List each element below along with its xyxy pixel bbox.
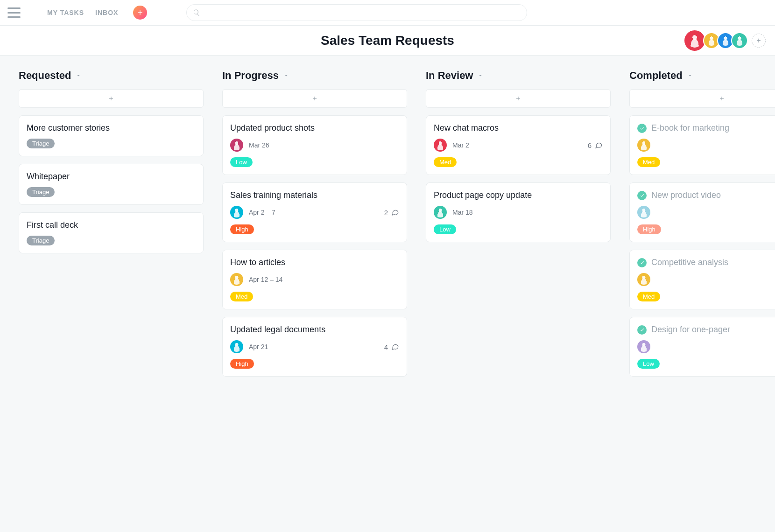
card-tags: Triage — [27, 236, 196, 245]
add-card-button[interactable] — [629, 89, 775, 108]
board-column: In ProgressUpdated product shotsMar 26Lo… — [222, 70, 407, 518]
card-tags: High — [637, 224, 775, 234]
quick-add-button[interactable] — [133, 6, 147, 20]
chevron-down-icon — [478, 73, 483, 78]
add-member-button[interactable]: + — [752, 34, 766, 48]
assignee-avatar[interactable] — [230, 273, 243, 286]
task-card[interactable]: E-book for marketingMed — [629, 115, 775, 175]
card-tags: Med — [637, 292, 775, 301]
card-tags: High — [230, 359, 399, 369]
member-avatar[interactable] — [683, 29, 706, 52]
project-members: + — [683, 29, 766, 52]
task-card[interactable]: Competitive analysisMed — [629, 250, 775, 309]
plus-icon — [108, 95, 114, 102]
column-header[interactable]: In Progress — [222, 70, 407, 82]
card-date: Apr 21 — [249, 343, 268, 350]
card-meta — [637, 340, 775, 353]
plus-icon — [136, 9, 144, 16]
task-card[interactable]: Updated product shotsMar 26Low — [222, 115, 407, 175]
comment-count: 6 — [588, 141, 592, 149]
card-meta: Apr 2 – 72 — [230, 206, 399, 219]
project-title: Sales Team Requests — [321, 33, 454, 48]
priority-tag[interactable]: Low — [637, 359, 660, 369]
card-tags: Low — [637, 359, 775, 369]
assignee-avatar[interactable] — [230, 206, 243, 219]
search-input[interactable] — [186, 4, 527, 21]
card-tags: Triage — [27, 187, 196, 197]
task-card[interactable]: Updated legal documentsApr 214High — [222, 317, 407, 377]
card-title: Design for one-pager — [651, 325, 730, 335]
card-meta: Mar 26 — [434, 139, 603, 152]
chevron-down-icon — [687, 73, 693, 78]
priority-tag[interactable]: High — [637, 224, 661, 234]
assignee-avatar[interactable] — [230, 139, 243, 152]
add-card-button[interactable] — [426, 89, 611, 108]
comment-icon — [594, 141, 603, 149]
add-card-button[interactable] — [19, 89, 204, 108]
task-card[interactable]: First call deckTriage — [19, 212, 204, 253]
assignee-avatar[interactable] — [637, 206, 650, 219]
assignee-avatar[interactable] — [637, 273, 650, 286]
assignee-avatar[interactable] — [637, 340, 650, 353]
plus-icon — [311, 95, 318, 102]
chevron-down-icon — [283, 73, 289, 78]
task-card[interactable]: How to articlesApr 12 – 14Med — [222, 250, 407, 309]
priority-tag[interactable]: Triage — [27, 139, 55, 148]
card-meta: Apr 214 — [230, 340, 399, 353]
priority-tag[interactable]: Low — [434, 224, 456, 234]
task-card[interactable]: Sales training materialsApr 2 – 72High — [222, 182, 407, 242]
priority-tag[interactable]: Low — [230, 157, 253, 167]
check-complete-icon — [637, 191, 647, 200]
card-comments[interactable]: 2 — [384, 208, 399, 217]
priority-tag[interactable]: Med — [637, 292, 660, 301]
assignee-avatar[interactable] — [434, 139, 447, 152]
card-title: How to articles — [230, 258, 285, 267]
card-date: Mar 26 — [249, 141, 269, 149]
task-card[interactable]: Design for one-pagerLow — [629, 317, 775, 377]
card-meta — [637, 139, 775, 152]
priority-tag[interactable]: Triage — [27, 236, 55, 245]
column-title: In Review — [426, 70, 473, 82]
priority-tag[interactable]: High — [230, 359, 254, 369]
assignee-avatar[interactable] — [637, 139, 650, 152]
card-title: New product video — [651, 190, 721, 200]
member-avatar[interactable] — [731, 32, 748, 49]
add-card-button[interactable] — [222, 89, 407, 108]
card-date: Mar 18 — [452, 209, 473, 216]
card-title: Whitepaper — [27, 172, 70, 182]
card-title: More customer stories — [27, 123, 110, 133]
nav-inbox[interactable]: INBOX — [95, 9, 118, 16]
task-card[interactable]: More customer storiesTriage — [19, 115, 204, 156]
priority-tag[interactable]: High — [230, 224, 254, 234]
comment-icon — [391, 343, 399, 351]
task-card[interactable]: New product videoHigh — [629, 182, 775, 242]
card-title: Updated product shots — [230, 123, 315, 133]
card-meta: Mar 18 — [434, 206, 603, 219]
check-complete-icon — [637, 124, 647, 133]
card-title: First call deck — [27, 220, 78, 230]
priority-tag[interactable]: Med — [434, 157, 457, 167]
card-title: E-book for marketing — [651, 123, 729, 133]
card-date: Mar 2 — [452, 141, 469, 149]
card-tags: Med — [434, 157, 603, 167]
priority-tag[interactable]: Med — [230, 292, 253, 301]
menu-icon[interactable] — [7, 7, 32, 18]
board-column: RequestedMore customer storiesTriageWhit… — [19, 70, 204, 518]
assignee-avatar[interactable] — [230, 340, 243, 353]
priority-tag[interactable]: Triage — [27, 187, 55, 197]
card-tags: High — [230, 224, 399, 234]
search-icon — [193, 9, 200, 16]
task-card[interactable]: Product page copy updateMar 18Low — [426, 182, 611, 242]
column-header[interactable]: In Review — [426, 70, 611, 82]
column-title: Requested — [19, 70, 71, 82]
task-card[interactable]: New chat macrosMar 26Med — [426, 115, 611, 175]
card-comments[interactable]: 6 — [588, 141, 603, 149]
task-card[interactable]: WhitepaperTriage — [19, 164, 204, 205]
assignee-avatar[interactable] — [434, 206, 447, 219]
top-bar: MY TASKS INBOX — [0, 0, 775, 26]
card-comments[interactable]: 4 — [384, 343, 399, 351]
column-header[interactable]: Requested — [19, 70, 204, 82]
priority-tag[interactable]: Med — [637, 157, 660, 167]
column-header[interactable]: Completed — [629, 70, 775, 82]
nav-my-tasks[interactable]: MY TASKS — [47, 9, 84, 16]
